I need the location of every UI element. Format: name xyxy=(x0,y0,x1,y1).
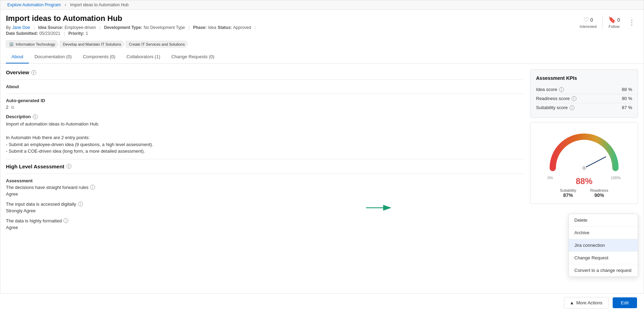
overview-info-icon[interactable]: i xyxy=(31,70,36,75)
kpi-value-2: 87 % xyxy=(622,105,632,110)
tab-components[interactable]: Components (0) xyxy=(77,51,121,63)
auto-id-row: 2 ⧉ xyxy=(6,105,523,110)
nav-explore[interactable]: Explore Automation Program xyxy=(7,2,61,7)
kpi-row-0: Idea score i 88 % xyxy=(536,85,632,94)
by-label: By xyxy=(6,25,11,30)
question-2: The data is highly formatted i Agree xyxy=(6,218,523,230)
question-0: The decisions have straight forward rule… xyxy=(6,185,523,197)
chevron-up-icon: ▲ xyxy=(570,300,574,305)
tab-about[interactable]: About xyxy=(6,51,29,63)
priority-label: Priority: xyxy=(68,31,84,36)
context-menu: Delete Archive Jira connection Change Re… xyxy=(568,214,638,277)
q0-info-icon[interactable]: i xyxy=(90,185,95,190)
gauge-sub-suitability: Suitability 87% xyxy=(560,188,576,198)
more-actions-button[interactable]: ▲ More Actions xyxy=(564,297,608,309)
kpi-name-1: Readiness score i xyxy=(536,96,576,101)
description-info-icon[interactable]: i xyxy=(33,114,38,119)
meta-line-1: By Jane Doe | Idea Source: Employee-driv… xyxy=(6,25,258,30)
readiness-value: 90% xyxy=(590,192,608,198)
meta-status-key: Status: xyxy=(218,25,232,30)
description-label: Description i xyxy=(6,114,523,119)
header-section: Import ideas to Automation Hub By Jane D… xyxy=(0,10,644,64)
header-left: Import ideas to Automation Hub By Jane D… xyxy=(6,14,258,37)
nav-sep: › xyxy=(65,2,67,7)
menu-delete[interactable]: Delete xyxy=(569,214,638,227)
breadcrumb-label-2: Create IT Services and Solutions xyxy=(129,42,185,46)
priority-value: 1 xyxy=(86,31,88,36)
meta-dev-type-key: Development Type: xyxy=(104,25,142,30)
menu-change-request[interactable]: Change Request xyxy=(569,252,638,264)
gauge-svg xyxy=(546,128,622,173)
kpi-name-0: Idea score i xyxy=(536,87,564,92)
question-2-label: The data is highly formatted i xyxy=(6,218,523,223)
tab-change-requests[interactable]: Change Requests (0) xyxy=(166,51,220,63)
tab-documentation[interactable]: Documentation (0) xyxy=(29,51,77,63)
question-1: The input data is accessed digitally i S… xyxy=(6,201,523,213)
question-0-label: The decisions have straight forward rule… xyxy=(6,185,523,190)
gauge-sub-readiness: Readiness 90% xyxy=(590,188,608,198)
menu-archive[interactable]: Archive xyxy=(569,227,638,239)
interested-button[interactable]: ♡ 0 Interested xyxy=(580,16,597,29)
kpi-card: Assessment KPIs Idea score i 88 % Readin… xyxy=(530,69,638,118)
gauge-left-label: 0% xyxy=(548,176,553,180)
gauge-right-label: 100% xyxy=(611,176,621,180)
header-more-button[interactable]: ⋮ xyxy=(626,17,638,28)
kpi-row-1: Readiness score i 90 % xyxy=(536,94,632,103)
footer-bar: ▲ More Actions Edit xyxy=(0,293,644,312)
readiness-label: Readiness xyxy=(590,188,608,192)
breadcrumb-item-2[interactable]: Create IT Services and Solutions xyxy=(126,41,189,48)
edit-button[interactable]: Edit xyxy=(613,297,637,308)
high-level-title: High Level Assessment i xyxy=(6,163,523,169)
meta-idea-source-key: Idea Source: xyxy=(38,25,63,30)
copy-icon[interactable]: ⧉ xyxy=(11,105,14,110)
suitability-label: Suitability xyxy=(560,188,576,192)
meta-line-2: Date Submitted: 05/23/2021 | Priority: 1 xyxy=(6,31,258,36)
action-separator xyxy=(602,15,603,29)
question-0-value: Agree xyxy=(6,191,523,197)
svg-point-2 xyxy=(583,167,585,169)
high-level-info-icon[interactable]: i xyxy=(67,164,71,169)
svg-line-0 xyxy=(584,157,606,168)
more-actions-label: More Actions xyxy=(576,300,602,305)
menu-convert-change-request[interactable]: Convert to a change request xyxy=(569,264,638,276)
main-content: Overview i About Auto-generated ID 2 ⧉ D… xyxy=(0,64,644,241)
follow-button[interactable]: 🔖 0 Follow xyxy=(608,16,620,29)
suitability-value: 87% xyxy=(560,192,576,198)
description-value: Import of automation ideas to Automation… xyxy=(6,121,523,155)
kpi1-info-icon[interactable]: i xyxy=(572,96,576,101)
q1-info-icon[interactable]: i xyxy=(78,201,83,206)
building-icon: 🏢 xyxy=(9,42,14,46)
about-label: About xyxy=(6,84,523,89)
kpi-title: Assessment KPIs xyxy=(536,75,632,81)
q2-info-icon[interactable]: i xyxy=(63,218,68,223)
author-link[interactable]: Jane Doe xyxy=(12,25,30,30)
interested-count: 0 xyxy=(590,17,593,23)
breadcrumb-label-0: Information Technology xyxy=(16,42,55,46)
gauge-sub: Suitability 87% Readiness 90% xyxy=(536,188,632,198)
meta-phase-key: Phase: xyxy=(193,25,207,30)
gauge-card: 0% 100% 88% Suitability 87% Readiness 90… xyxy=(530,122,638,204)
menu-jira-connection[interactable]: Jira connection xyxy=(569,239,638,252)
date-value: 05/23/2021 xyxy=(39,31,60,36)
breadcrumb-item-0[interactable]: 🏢 Information Technology xyxy=(6,40,59,48)
header-actions: ♡ 0 Interested 🔖 0 Follow ⋮ xyxy=(580,14,638,29)
question-2-value: Agree xyxy=(6,225,523,230)
tab-collaborators[interactable]: Collaborators (1) xyxy=(121,51,166,63)
heart-icon: ♡ xyxy=(583,16,589,24)
gauge-labels: 0% 100% xyxy=(546,176,622,180)
breadcrumb-item-1[interactable]: Develop and Maintain IT Solutions xyxy=(60,41,125,48)
breadcrumbs: 🏢 Information Technology Develop and Mai… xyxy=(6,40,638,48)
kpi0-info-icon[interactable]: i xyxy=(559,87,564,92)
interested-label: Interested xyxy=(580,24,597,29)
kpi-value-1: 90 % xyxy=(622,96,632,101)
meta-dev-type-val: No Development Type xyxy=(144,25,185,30)
kpi-value-0: 88 % xyxy=(622,87,632,92)
gauge-wrapper: 0% 100% xyxy=(546,128,622,180)
meta-phase-val: Idea xyxy=(208,25,216,30)
kpi2-info-icon[interactable]: i xyxy=(569,105,574,110)
question-1-value: Strongly Agree xyxy=(6,208,523,213)
arrow-indicator xyxy=(366,203,394,214)
tabs: About Documentation (0) Components (0) C… xyxy=(6,51,638,63)
bookmark-icon: 🔖 xyxy=(608,16,616,24)
assessment-label: Assessment xyxy=(6,178,523,183)
